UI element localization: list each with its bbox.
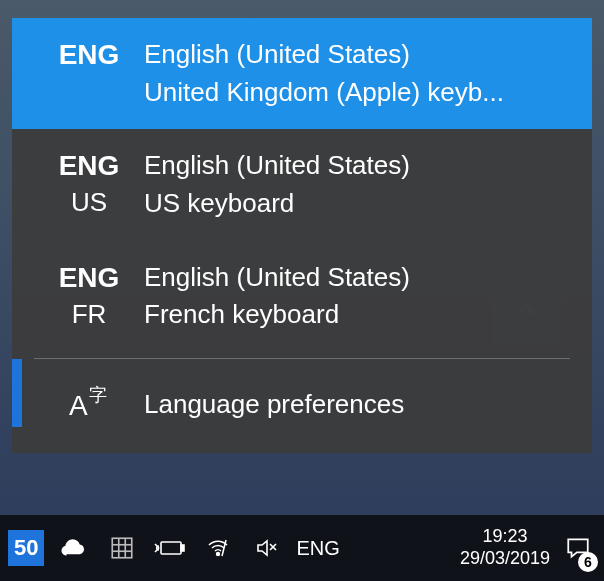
language-text: English (United States) United Kingdom (…	[144, 36, 576, 111]
action-center-icon[interactable]: 6	[560, 518, 596, 578]
language-abbr: ENG	[34, 36, 144, 74]
svg-point-11	[217, 553, 220, 556]
onedrive-icon[interactable]	[56, 518, 92, 578]
svg-text:A: A	[69, 390, 88, 421]
tablet-mode-icon[interactable]	[104, 518, 140, 578]
volume-mute-icon[interactable]	[248, 518, 284, 578]
language-abbr: ENG FR	[34, 259, 144, 332]
svg-rect-8	[181, 545, 184, 551]
language-option-eng-uk-apple[interactable]: ENG English (United States) United Kingd…	[12, 18, 592, 129]
clock[interactable]: 19:23 29/03/2019	[460, 518, 550, 578]
language-text: English (United States) US keyboard	[144, 147, 576, 222]
battery-saver-badge[interactable]: 50	[8, 518, 44, 578]
language-text: English (United States) French keyboard	[144, 259, 576, 334]
language-prefs-icon: A 字	[67, 381, 111, 427]
language-indicator[interactable]: ENG	[296, 518, 339, 578]
language-option-eng-us[interactable]: ENG US English (United States) US keyboa…	[12, 129, 592, 240]
language-preferences-link[interactable]: A 字 Language preferences	[12, 359, 592, 453]
selection-strip	[12, 359, 22, 427]
language-option-eng-fr[interactable]: ENG FR English (United States) French ke…	[12, 241, 592, 352]
power-icon[interactable]	[152, 518, 188, 578]
language-abbr: ENG US	[34, 147, 144, 220]
svg-rect-7	[161, 542, 181, 554]
notification-badge: 6	[578, 552, 598, 572]
wifi-icon[interactable]	[200, 518, 236, 578]
taskbar: 50 ENG 19:23 29/03/2019	[0, 515, 604, 581]
svg-rect-2	[113, 538, 133, 558]
svg-text:字: 字	[89, 385, 107, 405]
language-switcher-popup: ENG English (United States) United Kingd…	[12, 18, 592, 453]
